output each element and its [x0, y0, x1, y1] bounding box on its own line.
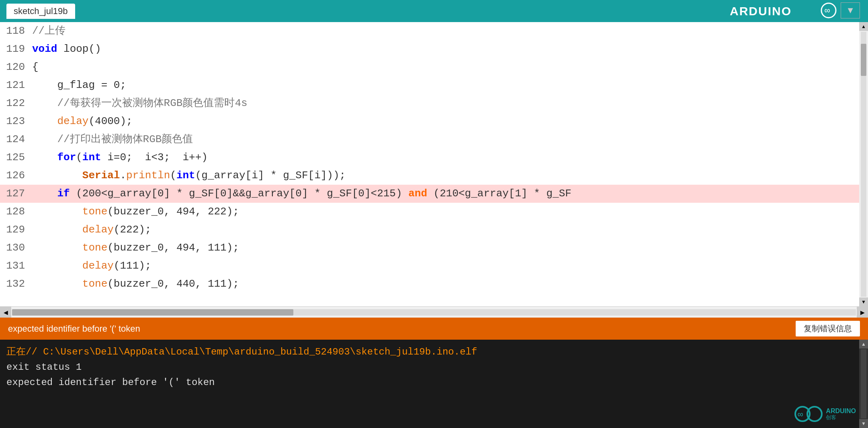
copy-error-button[interactable]: 复制错误信息: [796, 321, 860, 336]
code-line-131: 131 delay(111);: [0, 257, 868, 275]
code-line-126: 126 Serial.println(int(g_array[i] * g_SF…: [0, 167, 868, 185]
line-content-131: delay(111);: [32, 257, 868, 275]
error-bar: expected identifier before '(' token 复制错…: [0, 318, 868, 340]
line-number-127: 127: [0, 185, 32, 203]
arduino-infinity-logo: ∞: [794, 404, 823, 424]
v-scroll-thumb[interactable]: [861, 44, 866, 76]
console-area: 正在// C:\Users\Dell\AppData\Local\Temp\ar…: [0, 340, 868, 428]
line-number-121: 121: [0, 76, 32, 94]
code-line-119: 119 void loop(): [0, 40, 868, 58]
line-number-125: 125: [0, 149, 32, 167]
line-number-123: 123: [0, 112, 32, 130]
v-scroll-down-button[interactable]: ▼: [859, 298, 868, 306]
arduino-logo-area: ARDUINO ∞: [730, 2, 837, 19]
title-bar: sketch_jul19b ARDUINO ∞ ▼: [0, 0, 868, 22]
console-scroll-down-button[interactable]: ▼: [859, 419, 868, 428]
code-line-128: 128 tone(buzzer_0, 494, 222);: [0, 203, 868, 221]
v-scroll-track: [861, 32, 866, 297]
code-lines: 118 //上传 119 void loop() 120 { 121 g_fla…: [0, 22, 868, 306]
console-line-1: 正在// C:\Users\Dell\AppData\Local\Temp\ar…: [6, 344, 862, 360]
line-number-131: 131: [0, 257, 32, 275]
vertical-scrollbar[interactable]: ▲ ▼: [859, 22, 868, 306]
code-line-124: 124 //打印出被测物体RGB颜色值: [0, 130, 868, 149]
scroll-track: [12, 309, 856, 316]
line-number-132: 132: [0, 275, 32, 293]
line-content-120: {: [32, 58, 868, 76]
sketch-tab[interactable]: sketch_jul19b: [6, 4, 75, 19]
code-line-123: 123 delay(4000);: [0, 112, 868, 130]
scroll-left-button[interactable]: ◀: [0, 307, 11, 318]
console-scrollbar[interactable]: ▲ ▼: [859, 340, 868, 428]
console-scroll-track: [861, 349, 866, 418]
arduino-icon: ∞: [821, 2, 837, 18]
console-line-3: expected identifier before '(' token: [6, 375, 862, 390]
code-line-132: 132 tone(buzzer_0, 440, 111);: [0, 275, 868, 293]
code-line-127: 127 if (200<g_array[0] * g_SF[0]&&g_arra…: [0, 185, 868, 203]
line-number-119: 119: [0, 40, 32, 58]
line-number-118: 118: [0, 22, 32, 40]
code-line-120: 120 {: [0, 58, 868, 76]
line-number-124: 124: [0, 130, 32, 149]
line-content-118: //上传: [32, 22, 868, 40]
line-content-124: //打印出被测物体RGB颜色值: [32, 130, 868, 149]
code-line-118: 118 //上传: [0, 22, 868, 40]
scroll-right-button[interactable]: ▶: [857, 307, 868, 318]
console-line-2: exit status 1: [6, 360, 862, 375]
code-line-125: 125 for(int i=0; i<3; i++): [0, 149, 868, 167]
error-message: expected identifier before '(' token: [8, 324, 140, 334]
code-line-130: 130 tone(buzzer_0, 494, 111);: [0, 239, 868, 257]
line-content-127: if (200<g_array[0] * g_SF[0]&&g_array[0]…: [32, 185, 868, 203]
svg-text:∞: ∞: [825, 6, 830, 16]
line-content-129: delay(222);: [32, 221, 868, 239]
line-content-123: delay(4000);: [32, 112, 868, 130]
line-number-120: 120: [0, 58, 32, 76]
line-number-128: 128: [0, 203, 32, 221]
line-content-132: tone(buzzer_0, 440, 111);: [32, 275, 868, 293]
svg-text:∞: ∞: [798, 410, 803, 420]
line-content-121: g_flag = 0;: [32, 76, 868, 94]
line-content-119: void loop(): [32, 40, 868, 58]
line-content-130: tone(buzzer_0, 494, 111);: [32, 239, 868, 257]
scroll-thumb[interactable]: [12, 309, 293, 316]
console-scroll-up-button[interactable]: ▲: [859, 340, 868, 349]
line-number-130: 130: [0, 239, 32, 257]
arduino-label-bottom: 创客: [826, 415, 856, 420]
line-content-126: Serial.println(int(g_array[i] * g_SF[i])…: [32, 167, 868, 185]
code-line-121: 121 g_flag = 0;: [0, 76, 868, 94]
top-right-area: ARDUINO ∞ ▼: [730, 2, 860, 19]
line-content-125: for(int i=0; i<3; i++): [32, 149, 868, 167]
line-content-128: tone(buzzer_0, 494, 222);: [32, 203, 868, 221]
svg-text:ARDUINO: ARDUINO: [730, 4, 792, 18]
code-line-122: 122 //每获得一次被测物体RGB颜色值需时4s: [0, 94, 868, 112]
code-line-129: 129 delay(222);: [0, 221, 868, 239]
line-number-122: 122: [0, 94, 32, 112]
arduino-label-top: ARDUINO: [826, 408, 856, 415]
window-dropdown-button[interactable]: ▼: [841, 2, 860, 18]
line-number-126: 126: [0, 167, 32, 185]
arduino-brand-logo: ARDUINO: [730, 2, 818, 19]
code-container[interactable]: 118 //上传 119 void loop() 120 { 121 g_fla…: [0, 22, 868, 306]
horizontal-scrollbar-area: ◀ ▶: [0, 306, 868, 318]
editor-area: 118 //上传 119 void loop() 120 { 121 g_fla…: [0, 22, 868, 318]
line-number-129: 129: [0, 221, 32, 239]
arduino-bottom-logo: ∞ ARDUINO 创客: [794, 404, 856, 424]
line-content-122: //每获得一次被测物体RGB颜色值需时4s: [32, 94, 868, 112]
v-scroll-up-button[interactable]: ▲: [859, 22, 868, 31]
